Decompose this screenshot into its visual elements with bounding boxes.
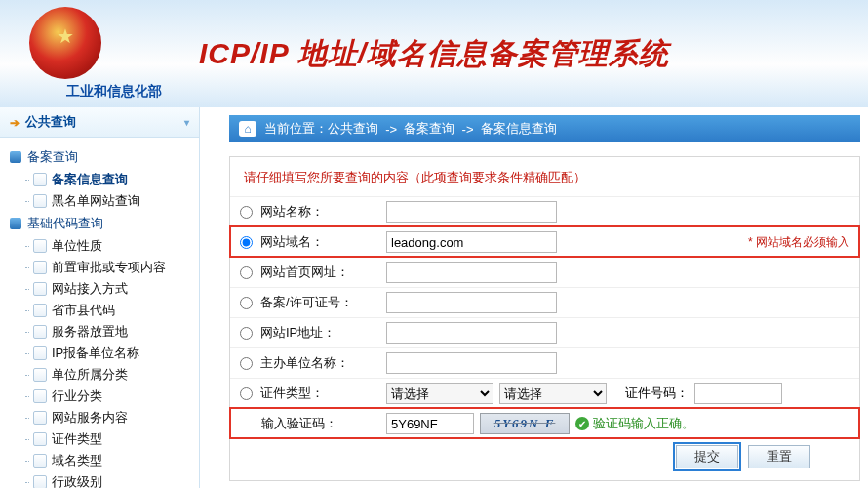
input-cert-no[interactable] <box>694 383 782 404</box>
tree-item[interactable]: 行政级别 <box>8 471 195 488</box>
doc-icon <box>33 454 47 468</box>
label-homepage[interactable]: 网站首页网址： <box>240 264 386 281</box>
select-cert-type-1[interactable]: 请选择 <box>386 383 493 404</box>
required-hint: * 网站域名必须输入 <box>748 234 849 251</box>
input-domain[interactable] <box>386 231 557 253</box>
doc-icon <box>33 304 47 317</box>
submit-button[interactable]: 提交 <box>676 445 738 468</box>
button-row: 提交 重置 <box>230 438 859 474</box>
doc-icon <box>33 432 47 446</box>
radio-cert[interactable] <box>240 387 253 400</box>
label-org[interactable]: 主办单位名称： <box>240 354 386 372</box>
tree-category[interactable]: 备案查询 <box>8 145 195 169</box>
ministry-name: 工业和信息化部 <box>29 83 199 101</box>
tree-item[interactable]: 省市县代码 <box>8 300 195 321</box>
chevron-down-icon: ▾ <box>184 117 189 128</box>
label-cert-no: 证件号码： <box>625 385 689 402</box>
doc-icon <box>33 173 47 186</box>
input-ip[interactable] <box>386 322 557 344</box>
tree-item[interactable]: 单位所属分类 <box>8 364 195 386</box>
breadcrumb: ⌂ 当前位置： 公共查询 -> 备案查询 -> 备案信息查询 <box>229 115 860 142</box>
arrow-icon <box>10 115 25 130</box>
captcha-image[interactable]: 5Y69N F <box>480 413 570 434</box>
radio-domain[interactable] <box>240 236 253 249</box>
tree-item[interactable]: 证件类型 <box>8 428 195 450</box>
doc-icon <box>33 194 47 208</box>
crumb-part[interactable]: 备案信息查询 <box>481 120 557 138</box>
label-ip[interactable]: 网站IP地址： <box>240 324 386 342</box>
label-site-name[interactable]: 网站名称： <box>240 203 386 221</box>
row-homepage: 网站首页网址： <box>230 257 859 287</box>
input-org[interactable] <box>386 352 557 374</box>
doc-icon <box>33 368 47 382</box>
emblem-block: 工业和信息化部 <box>29 7 199 101</box>
crumb-part[interactable]: 公共查询 <box>328 120 378 138</box>
system-title: ICP/IP 地址/域名信息备案管理系统 <box>199 34 669 74</box>
page-header: 工业和信息化部 ICP/IP 地址/域名信息备案管理系统 <box>0 0 868 107</box>
reset-button[interactable]: 重置 <box>748 445 810 468</box>
doc-icon <box>33 282 47 296</box>
tree-item[interactable]: IP报备单位名称 <box>8 343 195 364</box>
tree-category[interactable]: 基础代码查询 <box>8 212 195 235</box>
doc-icon <box>33 239 47 253</box>
row-captcha: 输入验证码： 5Y69N F 验证码输入正确。 <box>230 408 859 438</box>
input-captcha[interactable] <box>386 413 474 434</box>
row-domain: 网站域名： * 网站域名必须输入 <box>230 226 859 257</box>
input-homepage[interactable] <box>386 262 557 283</box>
tree-item[interactable]: 网站接入方式 <box>8 278 195 300</box>
row-ip: 网站IP地址： <box>230 317 859 347</box>
label-captcha: 输入验证码： <box>240 415 386 432</box>
label-license[interactable]: 备案/许可证号： <box>240 294 386 311</box>
doc-icon <box>33 389 47 403</box>
label-cert[interactable]: 证件类型： <box>240 385 386 402</box>
query-form: 请仔细填写您所要查询的内容（此项查询要求条件精确匹配） 网站名称： 网站域名： … <box>229 156 860 481</box>
radio-ip[interactable] <box>240 327 253 340</box>
content-area: ⌂ 当前位置： 公共查询 -> 备案查询 -> 备案信息查询 请仔细填写您所要查… <box>200 107 868 488</box>
select-cert-type-2[interactable]: 请选择 <box>499 383 607 404</box>
doc-icon <box>33 325 47 339</box>
tree-item[interactable]: 行业分类 <box>8 386 195 407</box>
radio-homepage[interactable] <box>240 266 253 279</box>
sidebar-header-label: 公共查询 <box>25 113 76 131</box>
row-org: 主办单位名称： <box>230 347 859 378</box>
radio-license[interactable] <box>240 297 253 309</box>
tree-item[interactable]: 服务器放置地 <box>8 321 195 343</box>
input-site-name[interactable] <box>386 201 557 223</box>
tree-item-record-info[interactable]: 备案信息查询 <box>8 169 195 190</box>
tree-item-blacklist[interactable]: 黑名单网站查询 <box>8 190 195 212</box>
row-license: 备案/许可证号： <box>230 287 859 317</box>
input-license[interactable] <box>386 292 557 313</box>
doc-icon <box>33 411 47 425</box>
radio-site-name[interactable] <box>240 206 253 219</box>
tree-item[interactable]: 前置审批或专项内容 <box>8 257 195 278</box>
sidebar: 公共查询 ▾ 备案查询 备案信息查询 黑名单网站查询 基础代码查询 单位性质 前… <box>0 107 200 488</box>
doc-icon <box>33 346 47 360</box>
captcha-ok-msg: 验证码输入正确。 <box>575 415 694 432</box>
row-site-name: 网站名称： <box>230 196 859 226</box>
doc-icon <box>33 475 47 488</box>
crumb-part[interactable]: 备案查询 <box>404 120 454 138</box>
nav-tree: 备案查询 备案信息查询 黑名单网站查询 基础代码查询 单位性质 前置审批或专项内… <box>0 138 199 488</box>
tree-item[interactable]: 域名类型 <box>8 450 195 471</box>
radio-org[interactable] <box>240 357 253 370</box>
home-icon[interactable]: ⌂ <box>239 121 256 137</box>
row-cert: 证件类型： 请选择 请选择 证件号码： <box>230 378 859 408</box>
doc-icon <box>33 261 47 274</box>
form-instruction: 请仔细填写您所要查询的内容（此项查询要求条件精确匹配） <box>230 163 859 196</box>
label-domain[interactable]: 网站域名： <box>240 233 386 251</box>
sidebar-header[interactable]: 公共查询 ▾ <box>0 107 199 138</box>
national-emblem-icon <box>29 7 101 79</box>
tree-item[interactable]: 网站服务内容 <box>8 407 195 428</box>
crumb-label: 当前位置： <box>264 120 328 138</box>
tree-item[interactable]: 单位性质 <box>8 235 195 257</box>
